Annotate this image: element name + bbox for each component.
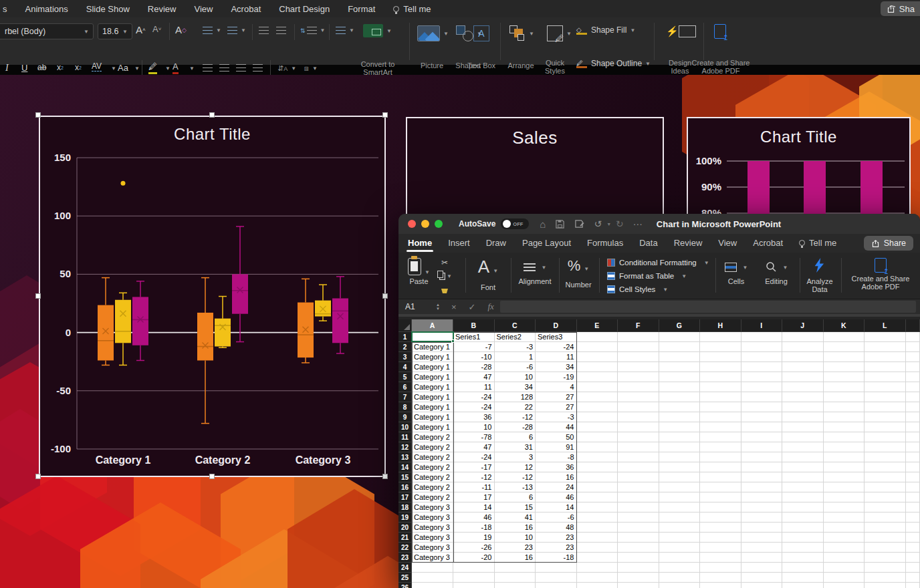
cell[interactable] [824, 382, 865, 392]
cell[interactable]: -18 [536, 553, 577, 563]
cell[interactable] [700, 352, 741, 362]
cell[interactable]: 4 [536, 382, 577, 392]
cell[interactable] [618, 412, 659, 422]
cell[interactable] [741, 462, 783, 472]
cell[interactable]: -7 [453, 342, 495, 352]
cell[interactable] [659, 352, 701, 362]
cell[interactable]: 1 [495, 352, 536, 362]
cell[interactable]: Series3 [536, 332, 577, 342]
cell[interactable]: -6 [495, 362, 536, 372]
cell[interactable] [782, 452, 824, 462]
cell[interactable] [906, 352, 920, 362]
ppt-create-pdf-button[interactable] [714, 24, 726, 39]
column-header-J[interactable]: J [782, 319, 824, 332]
cell[interactable] [700, 392, 741, 402]
cell[interactable] [782, 462, 824, 472]
cell[interactable]: Category 1 [412, 362, 453, 372]
increase-indent-button[interactable] [276, 27, 286, 34]
formula-input[interactable] [500, 301, 916, 313]
cell[interactable] [782, 553, 824, 563]
cell[interactable] [577, 512, 618, 523]
cell[interactable] [618, 563, 659, 573]
cell[interactable] [782, 502, 824, 512]
font-size-combo[interactable]: 18.6▼ [98, 23, 132, 39]
cell[interactable]: 34 [536, 362, 577, 372]
cell[interactable] [741, 352, 783, 362]
cell[interactable] [782, 442, 824, 452]
row-header-14[interactable]: 14 [398, 462, 412, 472]
cell[interactable]: 48 [536, 523, 577, 533]
row-header-3[interactable]: 3 [398, 352, 412, 362]
cell[interactable] [618, 372, 659, 382]
cell[interactable]: 16 [495, 523, 536, 533]
cell[interactable] [577, 563, 618, 573]
shape-fill-button[interactable]: ◇Shape Fill▼ [576, 25, 635, 35]
cell[interactable] [700, 452, 741, 462]
cut-button[interactable]: ✂ [437, 258, 452, 267]
cell[interactable] [865, 482, 906, 492]
row-header-5[interactable]: 5 [398, 372, 412, 382]
cell[interactable]: Series1 [453, 332, 495, 342]
font-group-button[interactable]: A▼ Font [473, 257, 503, 291]
cell[interactable] [577, 553, 618, 563]
cell[interactable]: -8 [536, 452, 577, 462]
cell[interactable] [577, 422, 618, 432]
cell[interactable]: -28 [453, 362, 495, 372]
cell[interactable] [659, 583, 701, 588]
cell[interactable] [906, 362, 920, 372]
cell[interactable]: -13 [495, 482, 536, 492]
cell[interactable] [659, 462, 701, 472]
cell[interactable] [824, 392, 865, 402]
font-name-combo[interactable]: rbel (Body)▼ [0, 23, 94, 39]
cell[interactable]: Category 3 [412, 533, 453, 543]
cell[interactable] [659, 472, 701, 482]
text-box-button[interactable]: A [473, 25, 489, 41]
cell[interactable] [618, 583, 659, 588]
excel-window[interactable]: AutoSave OFF ⌂ ↺▼ ↻ ··· Chart in Microso… [398, 214, 920, 588]
subscript-button[interactable]: x2 [75, 63, 82, 72]
cell[interactable] [659, 573, 701, 583]
cell[interactable] [906, 422, 920, 432]
cell[interactable]: -17 [453, 462, 495, 472]
selection-handle-ne[interactable] [382, 112, 388, 118]
cell[interactable]: 17 [453, 492, 495, 502]
cell[interactable] [782, 432, 824, 442]
cell[interactable] [700, 533, 741, 543]
cell[interactable]: 3 [495, 452, 536, 462]
ppt-share-button[interactable]: Sha [881, 1, 920, 16]
cell[interactable]: 27 [536, 392, 577, 402]
cell[interactable] [577, 332, 618, 342]
cell[interactable] [741, 392, 783, 402]
align-center-button[interactable] [219, 64, 229, 71]
cell[interactable]: Category 1 [412, 372, 453, 382]
underline-button[interactable]: U [21, 63, 27, 73]
cell[interactable] [700, 472, 741, 482]
spreadsheet[interactable]: ABCDEFGHIJKL1Series1Series2Series32Categ… [398, 319, 920, 588]
cell[interactable] [618, 502, 659, 512]
cell[interactable] [453, 563, 495, 573]
cell[interactable] [659, 492, 701, 502]
cell[interactable] [741, 362, 783, 372]
cell[interactable] [453, 583, 495, 588]
cell[interactable] [741, 553, 783, 563]
cell[interactable]: Category 3 [412, 553, 453, 563]
cell[interactable] [659, 342, 701, 352]
cell[interactable] [906, 392, 920, 402]
cell[interactable] [782, 352, 824, 362]
row-header-19[interactable]: 19 [398, 512, 412, 523]
column-header-G[interactable]: G [659, 319, 701, 332]
cell[interactable] [906, 412, 920, 422]
cell[interactable]: Category 2 [412, 452, 453, 462]
cell[interactable] [824, 502, 865, 512]
row-header-9[interactable]: 9 [398, 412, 412, 422]
column-header-F[interactable]: F [618, 319, 659, 332]
cell[interactable] [865, 422, 906, 432]
cell[interactable] [412, 573, 453, 583]
row-header-24[interactable]: 24 [398, 563, 412, 573]
excel-tab-insert[interactable]: Insert [448, 235, 470, 252]
cell[interactable] [741, 512, 783, 523]
ppt-menu-item-tell-me[interactable]: Tell me [393, 4, 431, 14]
cell[interactable] [659, 402, 701, 412]
cell[interactable] [700, 583, 741, 588]
cell[interactable] [618, 553, 659, 563]
